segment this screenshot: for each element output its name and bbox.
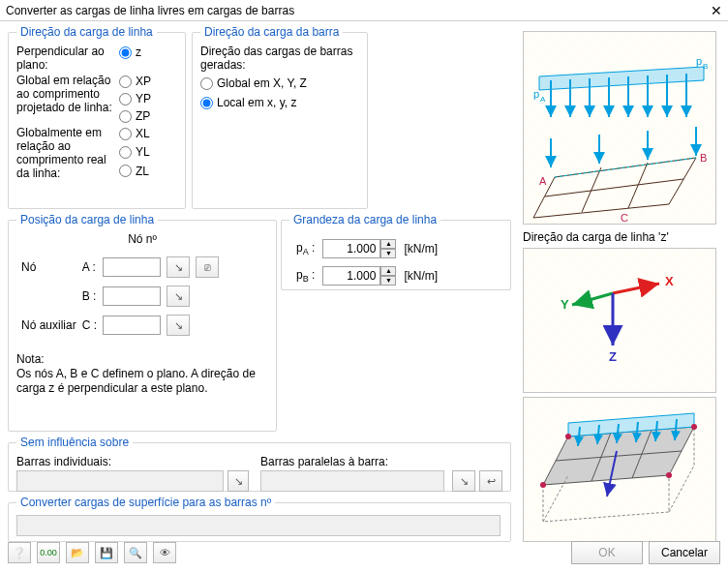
input-node-A[interactable]: [103, 257, 161, 277]
label-B: B :: [81, 285, 98, 308]
radio-xl[interactable]: XL: [119, 126, 177, 141]
label-real: Globalmente em relação ao comprimento re…: [16, 126, 119, 180]
group-line-position: Posição da carga de linha Nó nº Nó A : ↘…: [8, 213, 277, 432]
window-title: Converter as cargas de linha livres em c…: [6, 0, 294, 21]
radio-z[interactable]: z: [119, 45, 177, 60]
titlebar: Converter as cargas de linha livres em c…: [0, 0, 728, 21]
label-individual: Barras individuais:: [16, 455, 249, 468]
svg-line-18: [545, 179, 683, 196]
legend-convert: Converter cargas de superfície para as b…: [16, 496, 275, 509]
view-icon[interactable]: 👁: [153, 542, 176, 563]
input-pA[interactable]: [322, 239, 380, 258]
label-C: C :: [81, 314, 98, 337]
pick-node-C-icon[interactable]: ↘: [167, 315, 190, 336]
legend-bar-direction: Direção da carga da barra: [200, 25, 343, 39]
svg-text:B: B: [703, 62, 708, 71]
label-perpendicular: Perpendicular ao plano:: [16, 45, 119, 72]
pA-up-icon[interactable]: ▲: [380, 239, 396, 249]
label-pB: pB :: [295, 265, 316, 286]
legend-no-effect: Sem influência sobre: [16, 436, 133, 449]
svg-line-25: [613, 284, 659, 293]
group-bar-direction: Direção da carga da barra Direção das ca…: [192, 25, 368, 209]
group-convert: Converter cargas de superfície para as b…: [8, 496, 511, 542]
svg-text:p: p: [533, 88, 539, 100]
input-parallel-members[interactable]: [260, 470, 444, 492]
input-node-C[interactable]: [103, 316, 161, 335]
svg-text:p: p: [696, 55, 702, 67]
radio-local-xyz[interactable]: Local em x, y, z: [200, 95, 359, 110]
pick-parallel-icon[interactable]: ↘: [452, 470, 475, 492]
legend-line-magnitude: Grandeza da carga de linha: [289, 213, 440, 226]
svg-text:A: A: [540, 95, 546, 104]
spin-pA[interactable]: ▲▼: [322, 239, 396, 258]
radio-xp[interactable]: XP: [119, 74, 177, 89]
note-block: Nota: Os nós A, B e C definem o plano. A…: [16, 352, 268, 396]
save-icon[interactable]: 💾: [95, 542, 118, 563]
pA-down-icon[interactable]: ▼: [380, 249, 396, 258]
group-line-direction: Direção da carga de linha Perpendicular …: [8, 25, 186, 209]
svg-line-26: [572, 293, 613, 305]
label-parallel: Barras paralelas à barra:: [260, 455, 502, 468]
unit-pA: [kN/m]: [403, 238, 439, 259]
pick-individual-icon[interactable]: ↘: [228, 470, 249, 492]
ok-button[interactable]: OK: [571, 541, 643, 564]
close-icon[interactable]: ✕: [711, 0, 722, 21]
radio-global-xyz[interactable]: Global em X, Y, Z: [200, 75, 359, 91]
cancel-button[interactable]: Cancelar: [649, 541, 720, 564]
svg-text:C: C: [621, 212, 628, 224]
node-header: Nó nº: [16, 232, 268, 246]
undo-parallel-icon[interactable]: ↩: [479, 470, 502, 492]
svg-text:Y: Y: [561, 297, 569, 312]
input-convert-members[interactable]: [16, 515, 500, 536]
svg-point-46: [666, 472, 672, 478]
svg-text:Z: Z: [609, 349, 617, 364]
label-projected: Global em relação ao comprimento projeta…: [16, 74, 119, 124]
radio-zl[interactable]: ZL: [119, 164, 177, 179]
pB-down-icon[interactable]: ▼: [380, 276, 396, 286]
input-individual-members[interactable]: [16, 470, 224, 492]
pB-up-icon[interactable]: ▲: [380, 266, 396, 276]
radio-yp[interactable]: YP: [119, 91, 177, 106]
svg-point-47: [540, 482, 546, 488]
diagram-axes: X Y Z: [523, 248, 716, 393]
clear-node-A-icon[interactable]: ⎚: [196, 256, 219, 278]
legend-line-position: Posição da carga de linha: [16, 213, 158, 226]
zoom-icon[interactable]: 🔍: [124, 542, 147, 563]
pick-node-B-icon[interactable]: ↘: [167, 286, 190, 307]
open-icon[interactable]: 📂: [66, 542, 89, 563]
note-title: Nota:: [16, 352, 268, 367]
input-pB[interactable]: [322, 266, 380, 286]
label-aux: Nó auxiliar: [20, 314, 77, 337]
svg-point-45: [691, 424, 697, 430]
group-line-magnitude: Grandeza da carga de linha pA : ▲▼ [kN/m…: [281, 213, 511, 290]
note-text: Os nós A, B e C definem o plano. A direç…: [16, 367, 268, 396]
label-pA: pA :: [295, 238, 316, 259]
help-icon[interactable]: ❔: [8, 542, 31, 563]
group-no-effect: Sem influência sobre Barras individuais:…: [8, 436, 511, 492]
svg-text:X: X: [665, 274, 674, 288]
radio-zp[interactable]: ZP: [119, 108, 177, 124]
bottom-bar: ❔ 0.00 📂 💾 🔍 👁 OK Cancelar: [8, 539, 720, 566]
pick-node-A-icon[interactable]: ↘: [167, 256, 190, 278]
label-direction-z: Direção da carga de linha 'z': [523, 230, 669, 244]
svg-point-44: [565, 434, 571, 439]
label-A: A :: [81, 256, 98, 279]
svg-marker-0: [539, 67, 704, 90]
spin-pB[interactable]: ▲▼: [322, 266, 396, 286]
input-node-B[interactable]: [103, 286, 161, 306]
units-icon[interactable]: 0.00: [37, 542, 60, 563]
radio-yl[interactable]: YL: [119, 144, 177, 160]
label-bar-sub: Direção das cargas de barras geradas:: [200, 45, 359, 72]
label-node: Nó: [20, 256, 77, 279]
svg-text:A: A: [539, 175, 547, 187]
svg-text:B: B: [700, 152, 707, 164]
legend-line-direction: Direção da carga de linha: [16, 25, 157, 39]
diagram-load-on-plane: pA pB: [523, 31, 716, 225]
unit-pB: [kN/m]: [403, 265, 439, 286]
diagram-surface-load: [523, 397, 716, 542]
